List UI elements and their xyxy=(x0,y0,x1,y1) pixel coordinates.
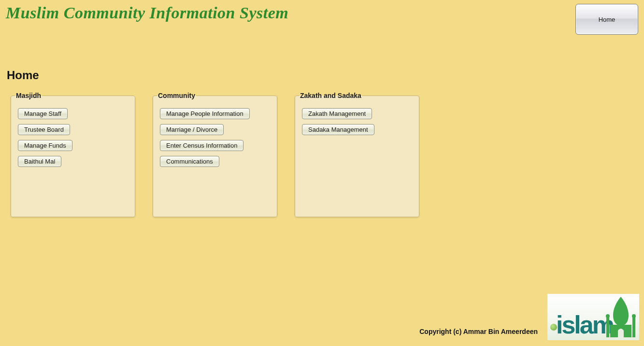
svg-rect-1 xyxy=(606,317,609,337)
panel-community: Community Manage People Information Marr… xyxy=(153,92,277,217)
svg-point-4 xyxy=(632,314,636,318)
zakath-management-button[interactable]: Zakath Management xyxy=(302,108,372,119)
svg-point-3 xyxy=(606,314,610,318)
panel-zakath-sadaka: Zakath and Sadaka Zakath Management Sada… xyxy=(295,92,419,217)
home-nav-button[interactable]: Home xyxy=(575,4,638,35)
footer: Copyright (c) Ammar Bin Ameerdeen islam xyxy=(419,294,639,340)
panel-masjidh: Masjidh Manage Staff Trustee Board Manag… xyxy=(11,92,135,217)
panel-legend: Masjidh xyxy=(15,92,42,99)
enter-census-information-button[interactable]: Enter Census Information xyxy=(160,140,243,151)
manage-staff-button[interactable]: Manage Staff xyxy=(18,108,68,119)
page-heading: Home xyxy=(7,69,644,82)
trustee-board-button[interactable]: Trustee Board xyxy=(18,124,70,135)
islam-logo: islam xyxy=(547,294,639,340)
panel-legend: Community xyxy=(157,92,196,99)
manage-people-information-button[interactable]: Manage People Information xyxy=(160,108,250,119)
app-title: Muslim Community Information System xyxy=(6,4,288,22)
sadaka-management-button[interactable]: Sadaka Management xyxy=(302,124,374,135)
marriage-divorce-button[interactable]: Marriage / Divorce xyxy=(160,124,224,135)
manage-funds-button[interactable]: Manage Funds xyxy=(18,140,72,151)
copyright-text: Copyright (c) Ammar Bin Ameerdeen xyxy=(419,328,538,335)
panels-container: Masjidh Manage Staff Trustee Board Manag… xyxy=(0,82,644,217)
header: Muslim Community Information System Home xyxy=(0,0,644,35)
baithul-mal-button[interactable]: Baithul Mal xyxy=(18,156,61,167)
communications-button[interactable]: Communications xyxy=(160,156,219,167)
svg-rect-2 xyxy=(632,317,635,337)
mosque-icon xyxy=(603,296,638,338)
panel-legend: Zakath and Sadaka xyxy=(299,92,362,99)
